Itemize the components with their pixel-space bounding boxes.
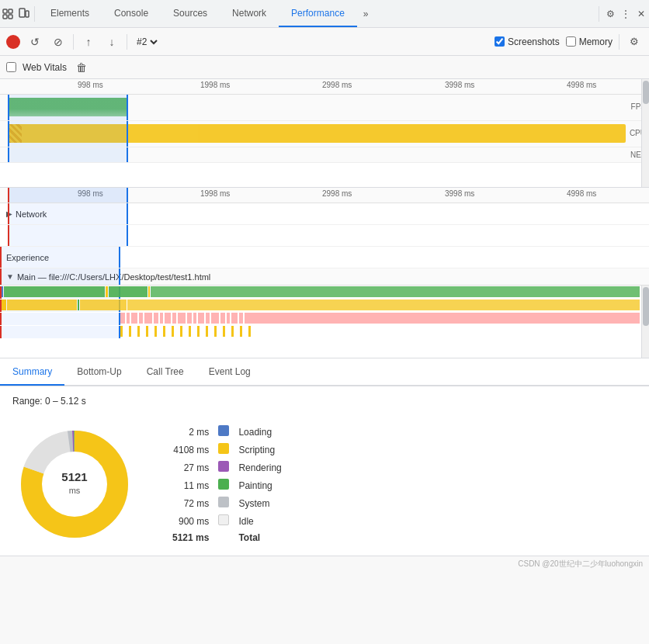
reload-record-button[interactable]: ↺ [26, 33, 43, 50]
svg-rect-3 [9, 15, 12, 19]
donut-svg: 5121 ms [12, 422, 137, 546]
toolbar-sep-4 [127, 34, 127, 50]
close-icon[interactable]: ✕ [633, 6, 649, 22]
inspect-icon[interactable] [0, 6, 16, 22]
performance-settings-button[interactable]: ⚙ [626, 33, 643, 50]
system-color [218, 497, 229, 507]
devtools-tab-bar: Elements Console Sources Network Perform… [0, 0, 649, 28]
tab-call-tree[interactable]: Call Tree [134, 359, 196, 386]
more-icon[interactable]: ⋮ [618, 6, 633, 22]
webvitals-toolbar: Web Vitals 🗑 [0, 56, 649, 79]
detail-scrollbar-thumb [643, 287, 649, 326]
selection-highlight-net [8, 147, 128, 162]
donut-chart: 5121 ms [12, 422, 137, 546]
flame-row-2 [0, 299, 649, 312]
ruler-tick-2: 2998 ms [322, 81, 352, 89]
tab-network[interactable]: Network [220, 0, 279, 27]
network-sel [8, 203, 128, 224]
toolbar-sep-2 [599, 6, 599, 22]
svg-rect-1 [9, 9, 12, 13]
legend-loading: 2 ms Loading [168, 423, 286, 441]
tab-performance[interactable]: Performance [279, 0, 357, 27]
network-spacer [0, 225, 649, 247]
painting-name: Painting [234, 476, 286, 494]
scripting-name: Scripting [234, 441, 286, 459]
bottom-content: Range: 0 – 5.12 s [0, 386, 649, 556]
network-row: ▶ Network [0, 203, 649, 225]
svg-point-13 [42, 452, 107, 517]
flame-area [0, 286, 649, 358]
cpu-row: CPU [0, 121, 649, 147]
legend-scripting: 4108 ms Scripting [168, 441, 286, 459]
tab-more[interactable]: » [357, 9, 375, 19]
download-button[interactable]: ↓ [103, 33, 120, 50]
tab-elements[interactable]: Elements [38, 0, 102, 27]
screenshots-toggle[interactable]: Screenshots [495, 36, 560, 47]
idle-name: Idle [234, 512, 286, 530]
net-row: NET [0, 147, 649, 163]
screenshots-checkbox[interactable] [495, 36, 505, 47]
legend-rendering: 27 ms Rendering [168, 459, 286, 476]
legend-idle: 900 ms Idle [168, 512, 286, 530]
flame-row-1 [0, 286, 649, 299]
scripting-ms: 4108 ms [168, 441, 213, 459]
cpu-bar-content [8, 124, 626, 143]
detail-ruler: 998 ms 1998 ms 2998 ms 3998 ms 4998 ms [0, 188, 649, 203]
tab-sources[interactable]: Sources [161, 0, 220, 27]
memory-checkbox[interactable] [566, 36, 576, 47]
tab-console[interactable]: Console [102, 0, 161, 27]
detail-scrollbar[interactable] [641, 286, 649, 358]
rendering-color [218, 461, 229, 472]
tab-bottom-up[interactable]: Bottom-Up [64, 359, 134, 386]
device-icon[interactable] [16, 6, 31, 22]
timeline-detail[interactable]: 998 ms 1998 ms 2998 ms 3998 ms 4998 ms ▶… [0, 188, 649, 358]
total-ms: 5121 ms [168, 530, 213, 545]
tab-summary[interactable]: Summary [0, 359, 64, 386]
toolbar-sep-1 [34, 6, 35, 22]
svg-rect-0 [3, 9, 7, 13]
record-toolbar: ↺ ⊘ ↑ ↓ #2 Screenshots Memory ⚙ [0, 28, 649, 56]
scripting-color [218, 443, 229, 454]
experience-row: Experience [0, 247, 649, 268]
range-text: Range: 0 – 5.12 s [12, 396, 637, 407]
painting-ms: 11 ms [168, 476, 213, 494]
svg-rect-5 [26, 11, 29, 17]
main-label-row: ▼ Main — file:///C:/Users/LHX/Desktop/te… [0, 268, 649, 286]
ruler-tick-0: 998 ms [78, 81, 103, 89]
legend-total: 5121 ms Total [168, 530, 286, 545]
chart-area: 5121 ms 2 ms Loading 4108 ms [12, 422, 637, 546]
legend-painting: 11 ms Painting [168, 476, 286, 494]
tab-event-log[interactable]: Event Log [196, 359, 263, 386]
flame-row-4 [0, 326, 649, 338]
loading-color [218, 425, 229, 436]
record-button[interactable] [6, 35, 20, 49]
bottom-panel: Summary Bottom-Up Call Tree Event Log Ra… [0, 358, 649, 556]
scrollbar-thumb [643, 81, 649, 104]
ruler-tick-3: 3998 ms [445, 81, 474, 89]
playhead2 [8, 203, 9, 224]
detail-selection [8, 188, 128, 203]
idle-color [218, 514, 229, 525]
timeline-overview[interactable]: 998 ms 1998 ms 2998 ms 3998 ms 4998 ms F… [0, 79, 649, 188]
bottom-tabs: Summary Bottom-Up Call Tree Event Log [0, 358, 649, 386]
timeline-scrollbar[interactable] [641, 79, 649, 187]
profile-select[interactable]: #2 [134, 36, 160, 48]
memory-toggle[interactable]: Memory [566, 36, 613, 47]
toolbar-sep-5 [619, 34, 620, 50]
trash-button[interactable]: 🗑 [73, 59, 90, 76]
flame-bars-row1 [0, 286, 640, 297]
system-name: System [234, 494, 286, 512]
rendering-ms: 27 ms [168, 459, 213, 476]
webvitals-checkbox[interactable] [6, 62, 16, 72]
idle-ms: 900 ms [168, 512, 213, 530]
system-ms: 72 ms [168, 494, 213, 512]
settings-icon[interactable]: ⚙ [602, 6, 618, 22]
legend-system: 72 ms System [168, 494, 286, 512]
clear-button[interactable]: ⊘ [50, 33, 67, 50]
fps-row: FPS [0, 95, 649, 121]
painting-color [218, 479, 229, 490]
upload-button[interactable]: ↑ [80, 33, 97, 50]
toolbar-sep-3 [73, 34, 74, 50]
svg-text:ms: ms [69, 486, 81, 495]
svg-text:5121: 5121 [61, 470, 87, 483]
